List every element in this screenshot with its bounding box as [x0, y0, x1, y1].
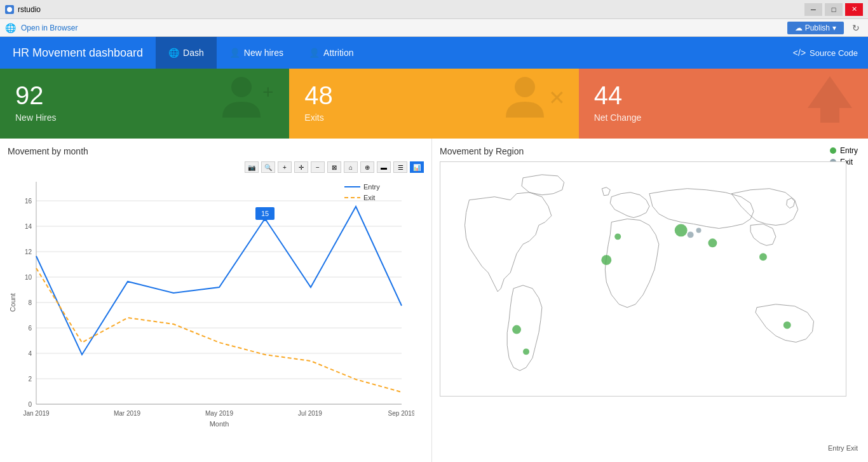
map-wrapper [440, 161, 860, 397]
world-map-svg [440, 161, 846, 397]
svg-point-42 [601, 255, 611, 265]
svg-point-46 [759, 253, 767, 261]
tip-tool-button[interactable]: ⊕ [360, 161, 374, 173]
minimize-button[interactable]: ─ [804, 3, 822, 16]
nav-tabs: 🌐 Dash 👤 New hires 👤 Attrition [156, 37, 366, 69]
tab-new-hires-label: New hires [244, 48, 283, 58]
publish-button[interactable]: ☁ Publish ▾ [787, 22, 844, 34]
source-code-icon: </> [793, 48, 806, 58]
app-title: rstudio [18, 5, 41, 14]
svg-point-45 [708, 238, 717, 247]
movement-by-month-panel: Movement by month 📷 🔍 + ✛ − ⊠ ⌂ ⊕ ▬ ☰ 📊 … [0, 139, 432, 462]
zoom-tool-button[interactable]: 🔍 [261, 161, 275, 173]
publish-dropdown-icon: ▾ [832, 24, 836, 32]
chart-title: Movement by month [8, 146, 424, 156]
title-bar: rstudio ─ □ ✕ [0, 0, 868, 19]
bar-chart-tool-button[interactable]: 📊 [410, 161, 424, 173]
svg-text:Jul 2019: Jul 2019 [298, 410, 322, 417]
svg-text:May 2019: May 2019 [205, 410, 233, 417]
svg-text:10: 10 [25, 274, 32, 281]
attrition-icon: 👤 [309, 48, 320, 58]
home-tool-button[interactable]: ⌂ [344, 161, 358, 173]
svg-point-0 [7, 7, 12, 12]
svg-text:Exit: Exit [363, 194, 375, 201]
compare-tool-button[interactable]: ☰ [393, 161, 407, 173]
net-change-bg-icon [804, 73, 855, 134]
app-icon [5, 5, 14, 14]
source-code-link[interactable]: </> Source Code [783, 48, 868, 58]
svg-point-49 [696, 228, 702, 233]
movement-by-region-panel: Movement by Region Entry Exit [432, 139, 868, 462]
legend-entry: Entry [830, 146, 858, 155]
svg-point-44 [675, 224, 688, 236]
svg-text:+: + [262, 81, 274, 102]
svg-text:4: 4 [28, 350, 32, 357]
select-tool-button[interactable]: ⊠ [327, 161, 341, 173]
window-controls[interactable]: ─ □ ✕ [804, 3, 863, 16]
svg-point-41 [523, 348, 529, 355]
add-tool-button[interactable]: + [278, 161, 292, 173]
svg-point-48 [688, 231, 694, 238]
svg-point-43 [614, 233, 621, 240]
svg-text:Jan 2019: Jan 2019 [23, 410, 50, 417]
entry-legend-dot [830, 147, 836, 154]
svg-text:16: 16 [25, 198, 32, 205]
new-hires-bg-icon: + [219, 73, 276, 134]
publish-icon: ☁ [795, 24, 803, 32]
subtract-tool-button[interactable]: − [311, 161, 325, 173]
svg-text:14: 14 [25, 223, 32, 230]
camera-tool-button[interactable]: 📷 [245, 161, 259, 173]
svg-point-3 [515, 77, 535, 97]
svg-text:0: 0 [28, 401, 32, 408]
svg-text:6: 6 [28, 325, 32, 332]
chart-toolbar: 📷 🔍 + ✛ − ⊠ ⌂ ⊕ ▬ ☰ 📊 [8, 161, 424, 173]
source-code-label: Source Code [810, 48, 858, 58]
tab-attrition[interactable]: 👤 Attrition [296, 37, 366, 69]
kpi-net-change: 44 Net Change [579, 69, 868, 139]
nav-bar: HR Movement dashboard 🌐 Dash 👤 New hires… [0, 37, 868, 69]
svg-point-35 [262, 216, 268, 221]
svg-marker-5 [808, 76, 852, 123]
publish-label: Publish [805, 24, 830, 32]
svg-text:Count: Count [9, 293, 17, 311]
maximize-button[interactable]: □ [825, 3, 843, 16]
svg-text:Entry: Entry [363, 183, 380, 191]
svg-point-47 [783, 322, 791, 329]
entry-exit-label: Entry Exit [828, 444, 858, 452]
refresh-button[interactable]: ↻ [849, 21, 863, 35]
tab-new-hires[interactable]: 👤 New hires [217, 37, 296, 69]
chart-area: Count 0 2 4 6 8 1 [8, 175, 424, 423]
svg-text:2: 2 [28, 376, 32, 383]
browser-bar-right: ☁ Publish ▾ ↻ [787, 21, 863, 35]
crosshair-tool-button[interactable]: ✛ [294, 161, 308, 173]
kpi-new-hires: 92 New Hires + [0, 69, 289, 139]
svg-text:8: 8 [28, 299, 32, 306]
entry-legend-label: Entry [840, 146, 858, 155]
browser-bar: 🌐 Open in Browser ☁ Publish ▾ ↻ [0, 19, 868, 37]
svg-text:12: 12 [25, 248, 32, 255]
tab-dash[interactable]: 🌐 Dash [156, 37, 217, 69]
dash-tool-button[interactable]: ▬ [377, 161, 391, 173]
map-title: Movement by Region [440, 146, 860, 156]
kpi-exits: 48 Exits ✕ [289, 69, 578, 139]
svg-text:Month: Month [210, 420, 229, 426]
dashboard-title: HR Movement dashboard [0, 46, 156, 60]
exits-bg-icon: ✕ [503, 73, 566, 134]
tab-attrition-label: Attrition [323, 48, 353, 58]
main-content: Movement by month 📷 🔍 + ✛ − ⊠ ⌂ ⊕ ▬ ☰ 📊 … [0, 139, 868, 462]
svg-text:✕: ✕ [548, 86, 566, 109]
globe-icon: 🌐 [5, 23, 16, 33]
svg-text:Mar 2019: Mar 2019 [114, 410, 141, 417]
line-chart-svg: Count 0 2 4 6 8 1 [8, 175, 414, 426]
svg-text:Sep 2019: Sep 2019 [388, 410, 414, 417]
svg-point-40 [512, 325, 521, 334]
tab-dash-label: Dash [183, 48, 204, 58]
close-button[interactable]: ✕ [845, 3, 863, 16]
open-in-browser-link[interactable]: Open in Browser [21, 24, 78, 32]
dash-icon: 🌐 [168, 48, 179, 58]
kpi-row: 92 New Hires + 48 Exits ✕ 44 Net Change [0, 69, 868, 139]
new-hires-icon: 👤 [229, 48, 240, 58]
svg-point-1 [231, 77, 252, 97]
